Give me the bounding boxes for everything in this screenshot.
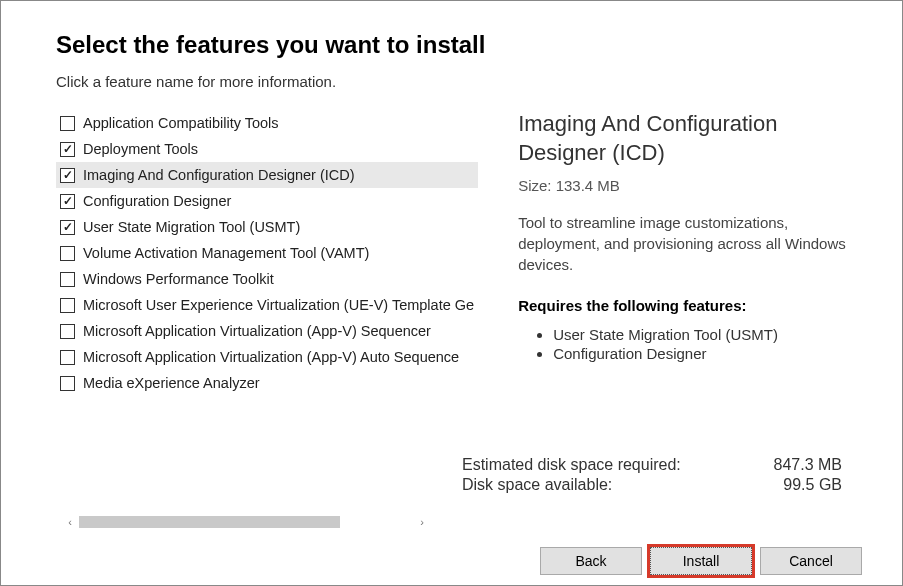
feature-checkbox[interactable] (60, 246, 75, 261)
feature-checkbox[interactable] (60, 194, 75, 209)
feature-label: Volume Activation Management Tool (VAMT) (83, 245, 369, 261)
feature-item[interactable]: Microsoft User Experience Virtualization… (56, 292, 478, 318)
feature-detail-panel: Imaging And Configuration Designer (ICD)… (518, 110, 862, 396)
requires-list: User State Migration Tool (USMT)Configur… (518, 326, 852, 362)
page-heading: Select the features you want to install (56, 31, 862, 59)
feature-item[interactable]: Volume Activation Management Tool (VAMT) (56, 240, 478, 266)
feature-item[interactable]: Windows Performance Toolkit (56, 266, 478, 292)
feature-item[interactable]: Imaging And Configuration Designer (ICD) (56, 162, 478, 188)
detail-description: Tool to streamline image customizations,… (518, 212, 852, 275)
detail-size: Size: 133.4 MB (518, 177, 852, 194)
feature-item[interactable]: User State Migration Tool (USMT) (56, 214, 478, 240)
install-button-highlight: Install (650, 547, 752, 575)
feature-label: Imaging And Configuration Designer (ICD) (83, 167, 355, 183)
disk-available-value: 99.5 GB (783, 476, 842, 494)
detail-title: Imaging And Configuration Designer (ICD) (518, 110, 852, 167)
feature-item[interactable]: Configuration Designer (56, 188, 478, 214)
scroll-left-icon[interactable]: ‹ (61, 513, 79, 530)
back-button[interactable]: Back (540, 547, 642, 575)
requires-heading: Requires the following features: (518, 297, 852, 314)
requires-item: Configuration Designer (553, 345, 852, 362)
disk-info: Estimated disk space required: 847.3 MB … (462, 456, 842, 496)
requires-item: User State Migration Tool (USMT) (553, 326, 852, 343)
install-button[interactable]: Install (650, 547, 752, 575)
disk-required-value: 847.3 MB (774, 456, 842, 474)
feature-label: Media eXperience Analyzer (83, 375, 260, 391)
feature-horizontal-scrollbar[interactable]: ‹ › (61, 513, 431, 530)
feature-checkbox[interactable] (60, 272, 75, 287)
feature-label: Configuration Designer (83, 193, 231, 209)
feature-label: Windows Performance Toolkit (83, 271, 274, 287)
button-row: Back Install Cancel (540, 547, 862, 575)
feature-label: Microsoft Application Virtualization (Ap… (83, 349, 459, 365)
scroll-track[interactable] (79, 516, 413, 528)
feature-item[interactable]: Application Compatibility Tools (56, 110, 478, 136)
feature-checkbox[interactable] (60, 324, 75, 339)
feature-checkbox[interactable] (60, 376, 75, 391)
installer-window: Select the features you want to install … (0, 0, 903, 586)
feature-list: Application Compatibility ToolsDeploymen… (56, 110, 478, 396)
feature-checkbox[interactable] (60, 220, 75, 235)
feature-label: User State Migration Tool (USMT) (83, 219, 300, 235)
feature-checkbox[interactable] (60, 168, 75, 183)
scroll-right-icon[interactable]: › (413, 513, 431, 530)
disk-available-label: Disk space available: (462, 476, 612, 494)
disk-required-label: Estimated disk space required: (462, 456, 681, 474)
feature-checkbox[interactable] (60, 298, 75, 313)
feature-label: Application Compatibility Tools (83, 115, 279, 131)
feature-item[interactable]: Microsoft Application Virtualization (Ap… (56, 318, 478, 344)
feature-checkbox[interactable] (60, 116, 75, 131)
feature-item[interactable]: Deployment Tools (56, 136, 478, 162)
feature-item[interactable]: Microsoft Application Virtualization (Ap… (56, 344, 478, 370)
feature-item[interactable]: Media eXperience Analyzer (56, 370, 478, 396)
feature-label: Microsoft User Experience Virtualization… (83, 297, 474, 313)
feature-label: Microsoft Application Virtualization (Ap… (83, 323, 431, 339)
feature-label: Deployment Tools (83, 141, 198, 157)
feature-checkbox[interactable] (60, 142, 75, 157)
page-subtitle: Click a feature name for more informatio… (56, 73, 862, 90)
cancel-button[interactable]: Cancel (760, 547, 862, 575)
feature-checkbox[interactable] (60, 350, 75, 365)
scroll-thumb[interactable] (79, 516, 340, 528)
